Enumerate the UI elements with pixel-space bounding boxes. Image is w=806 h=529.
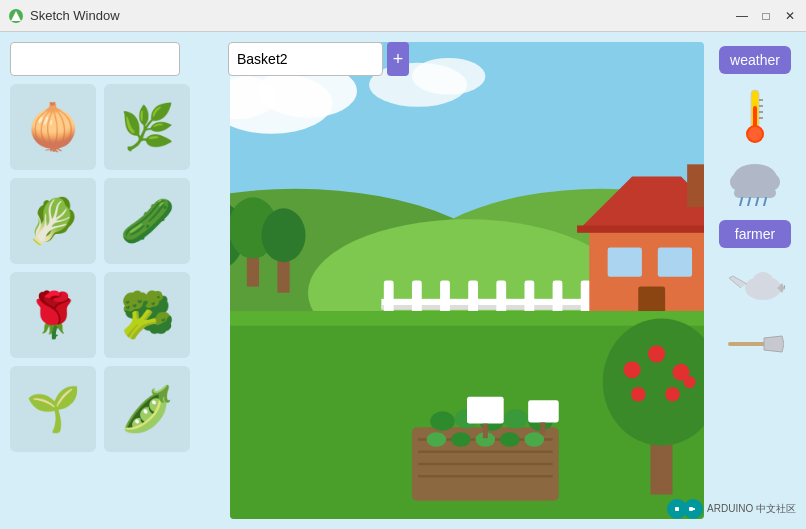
svg-rect-39 [577,225,704,232]
svg-point-51 [624,361,641,378]
basket-controls: + [228,42,409,76]
svg-point-52 [648,345,665,362]
search-input[interactable] [10,42,180,76]
svg-line-88 [740,198,742,206]
app-icon [8,8,24,24]
vegetable-grid: 🧅 🌿 🥬 🥒 🌹 🥦 🌱 🫛 [10,84,220,452]
veg-green-onion[interactable]: 🥬 [10,178,96,264]
svg-line-91 [764,198,766,206]
svg-rect-72 [467,397,504,424]
svg-point-65 [504,409,528,429]
rain-cloud-icon [725,158,785,208]
farmer-button[interactable]: farmer [719,220,791,248]
arduino-logo: ARDUINO 中文社区 [667,497,796,521]
window-controls: — □ ✕ [734,8,798,24]
svg-line-89 [748,198,750,206]
veg-onion[interactable]: 🧅 [10,84,96,170]
veg-herbs[interactable]: 🌿 [104,84,190,170]
svg-point-54 [631,387,646,402]
basket-name-input[interactable] [228,42,383,76]
svg-rect-37 [658,247,692,276]
svg-rect-36 [608,247,642,276]
svg-point-70 [500,432,520,447]
arduino-text: ARDUINO 中文社区 [707,502,796,516]
svg-point-62 [430,411,454,431]
svg-rect-35 [687,164,704,207]
trowel-icon [726,330,784,362]
window-title: Sketch Window [30,8,734,23]
svg-point-92 [745,276,781,300]
svg-point-67 [427,432,447,447]
basket-add-button[interactable]: + [387,42,409,76]
svg-point-56 [683,376,695,388]
farm-scene [230,42,704,519]
svg-rect-101 [689,508,695,510]
svg-point-79 [748,127,762,141]
watering-can-icon [725,266,785,314]
svg-rect-95 [728,342,766,346]
svg-rect-77 [753,106,757,128]
svg-rect-87 [734,188,776,198]
veg-artichoke[interactable]: 🌱 [10,366,96,452]
title-bar: Sketch Window — □ ✕ [0,0,806,32]
svg-rect-98 [675,507,679,511]
svg-point-68 [451,432,471,447]
farm-canvas[interactable]: + [230,42,704,519]
maximize-button[interactable]: □ [758,8,774,24]
main-area: 🧅 🌿 🥬 🥒 🌹 🥦 🌱 🫛 [0,32,806,529]
svg-rect-41 [230,311,704,326]
left-panel: 🧅 🌿 🥬 🥒 🌹 🥦 🌱 🫛 [10,42,220,519]
svg-point-55 [665,387,680,402]
svg-rect-73 [483,424,488,439]
minimize-button[interactable]: — [734,8,750,24]
veg-cabbage[interactable]: 🥦 [104,272,190,358]
veg-cucumber[interactable]: 🥒 [104,178,190,264]
right-panel: weather [714,42,796,519]
svg-rect-75 [540,422,545,434]
svg-rect-74 [528,400,559,422]
weather-button[interactable]: weather [719,46,791,74]
svg-point-16 [262,208,306,262]
close-button[interactable]: ✕ [782,8,798,24]
svg-line-90 [756,198,758,206]
svg-point-7 [412,58,485,95]
veg-radish[interactable]: 🌹 [10,272,96,358]
veg-bean[interactable]: 🫛 [104,366,190,452]
thermometer-icon [731,86,779,146]
